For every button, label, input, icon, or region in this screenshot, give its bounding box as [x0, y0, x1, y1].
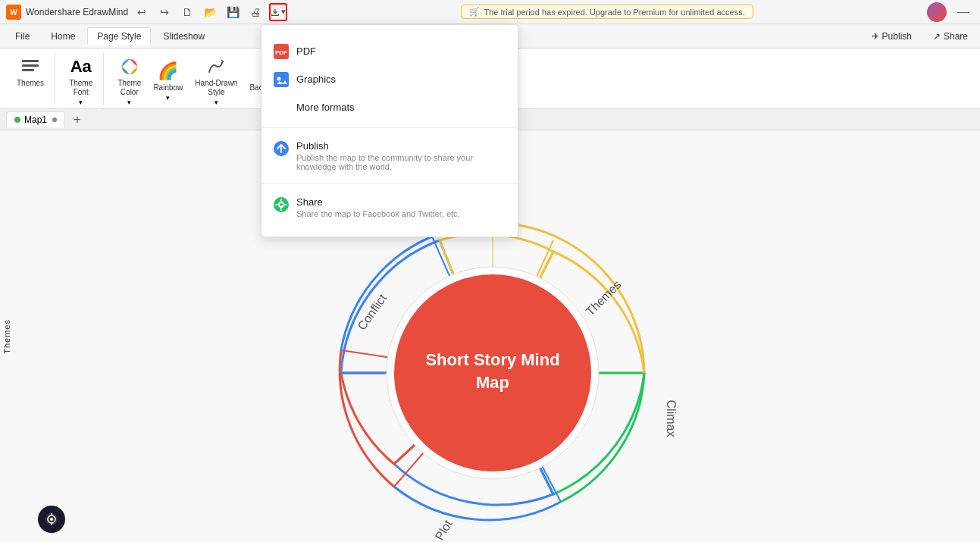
app-name: Wondershare EdrawMind [26, 7, 128, 17]
dropdown-item-more-formats[interactable]: More formats [261, 93, 518, 121]
more-formats-label: More formats [296, 102, 355, 113]
graphics-label: Graphics [296, 74, 336, 85]
title-bar-left: W Wondershare EdrawMind ↩ ↪ 🗋 📂 💾 🖨 ▾ [6, 3, 287, 21]
dropdown-item-graphics[interactable]: Graphics [261, 65, 518, 93]
ribbon-item-theme-font[interactable]: Aa ThemeFont ▾ [64, 53, 97, 109]
dropdown-item-publish[interactable]: Publish Publish the map to the community… [261, 134, 518, 177]
theme-color-label: ThemeColor [117, 79, 141, 97]
share-button[interactable]: ↗ Share [927, 29, 974, 44]
ribbon-item-themes[interactable]: Themes [12, 53, 49, 91]
themes-sidebar-text: Themes [2, 319, 11, 354]
graphics-icon [274, 72, 289, 87]
ribbon-items-font: Aa ThemeFont ▾ [64, 53, 97, 109]
tab-label: Map1 [24, 114, 47, 125]
user-avatar[interactable] [927, 2, 947, 22]
dropdown-item-share[interactable]: Share Share the map to Facebook and Twit… [261, 190, 518, 224]
tab-add-button[interactable]: + [68, 111, 86, 129]
publish-title: Publish [296, 140, 506, 152]
theme-color-icon [119, 56, 140, 77]
svg-text:Map: Map [476, 373, 509, 392]
hand-drawn-chevron: ▾ [214, 99, 218, 106]
rainbow-label: Rainbow [153, 83, 183, 92]
menu-item-file[interactable]: File [6, 28, 39, 45]
redo-button[interactable]: ↪ [155, 3, 174, 21]
share-title: Share [296, 196, 460, 208]
app-logo: W [6, 5, 21, 20]
print-button[interactable]: 🖨 [246, 3, 265, 21]
trial-banner: 🛒 The trial period has expired. Upgrade … [461, 5, 753, 19]
svg-text:Climax: Climax [665, 400, 678, 437]
share-icon: ↗ [933, 31, 941, 42]
svg-point-37 [280, 203, 283, 206]
share-text: Share Share the map to Facebook and Twit… [296, 196, 460, 218]
minimize-button[interactable]: — [953, 4, 974, 20]
ribbon-items-themes: Themes [12, 53, 49, 91]
theme-font-icon: Aa [70, 56, 92, 77]
publish-desc: Publish the map to the community to shar… [296, 153, 506, 171]
svg-rect-4 [22, 69, 34, 71]
open-button[interactable]: 📂 [201, 3, 219, 21]
dropdown-export-section: PDF PDF Graphics More formats [261, 31, 518, 128]
hand-drawn-icon [205, 56, 227, 77]
svg-rect-2 [22, 60, 39, 62]
publish-text: Publish Publish the map to the community… [296, 140, 506, 171]
ribbon-item-theme-color[interactable]: ThemeColor ▾ [113, 53, 146, 109]
hand-drawn-label: Hand-DrawnStyle [195, 79, 237, 97]
tab-dot [14, 117, 20, 123]
rainbow-icon: 🌈 [158, 61, 179, 82]
theme-font-chevron: ▾ [79, 99, 83, 106]
share-dropdown-icon [274, 197, 289, 212]
pdf-label: PDF [296, 45, 316, 57]
svg-rect-3 [22, 64, 39, 67]
menu-item-page-style[interactable]: Page Style [87, 27, 151, 45]
title-bar-right: — [927, 2, 974, 22]
theme-color-chevron: ▾ [127, 99, 131, 106]
dropdown-share-section: Share Share the map to Facebook and Twit… [261, 184, 518, 230]
dropdown-publish-section: Publish Publish the map to the community… [261, 128, 518, 184]
title-bar: W Wondershare EdrawMind ↩ ↪ 🗋 📂 💾 🖨 ▾ 🛒 … [0, 0, 980, 24]
themes-ribbon-label: Themes [17, 79, 44, 88]
ribbon-group-font: Aa ThemeFont ▾ [58, 53, 104, 105]
undo-button[interactable]: ↩ [133, 3, 151, 21]
rainbow-chevron: ▾ [166, 94, 170, 102]
dropdown-item-pdf[interactable]: PDF PDF [261, 37, 518, 65]
new-tab-button[interactable]: 🗋 [178, 3, 196, 21]
save-button[interactable]: 💾 [224, 3, 242, 21]
share-desc: Share the map to Facebook and Twitter, e… [296, 209, 460, 218]
publish-button[interactable]: ✈ Publish [866, 29, 918, 44]
pdf-icon: PDF [274, 44, 289, 59]
ribbon-item-rainbow[interactable]: 🌈 Rainbow ▾ [149, 58, 187, 105]
theme-font-label: ThemeFont [69, 79, 92, 97]
menu-item-slideshow[interactable]: Slideshow [154, 28, 214, 45]
svg-text:Plot: Plot [433, 518, 455, 542]
svg-rect-32 [274, 72, 289, 87]
ribbon-group-themes: Themes [6, 53, 55, 105]
export-dropdown: PDF PDF Graphics More formats [261, 24, 518, 237]
svg-text:PDF: PDF [275, 49, 287, 56]
svg-text:Themes: Themes [584, 278, 624, 318]
ribbon-item-hand-drawn[interactable]: Hand-DrawnStyle ▾ [190, 53, 242, 109]
export-button[interactable]: ▾ [269, 3, 287, 21]
header-actions: ✈ Publish ↗ Share [866, 29, 974, 44]
publish-icon: ✈ [872, 31, 879, 42]
svg-point-27 [50, 518, 53, 521]
publish-dropdown-icon [274, 141, 289, 156]
ai-assistant-button[interactable] [38, 506, 65, 533]
menu-item-home[interactable]: Home [42, 28, 84, 45]
tab-map1[interactable]: Map1 [6, 111, 65, 127]
more-formats-icon [274, 100, 289, 115]
svg-text:W: W [10, 8, 17, 17]
themes-sidebar: Themes [0, 130, 14, 542]
svg-point-33 [277, 77, 281, 81]
svg-text:Short Story Mind: Short Story Mind [425, 350, 559, 369]
tab-unsaved-dot [52, 117, 57, 122]
themes-ribbon-icon [20, 56, 41, 77]
